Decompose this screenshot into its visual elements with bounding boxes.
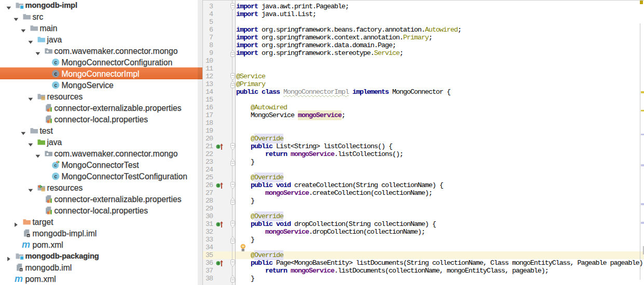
svg-text:c: c [54, 174, 57, 179]
svg-text:c: c [54, 71, 57, 77]
svg-text:c: c [54, 82, 57, 88]
svg-text:c: c [54, 162, 57, 168]
svg-text:c: c [54, 60, 57, 65]
